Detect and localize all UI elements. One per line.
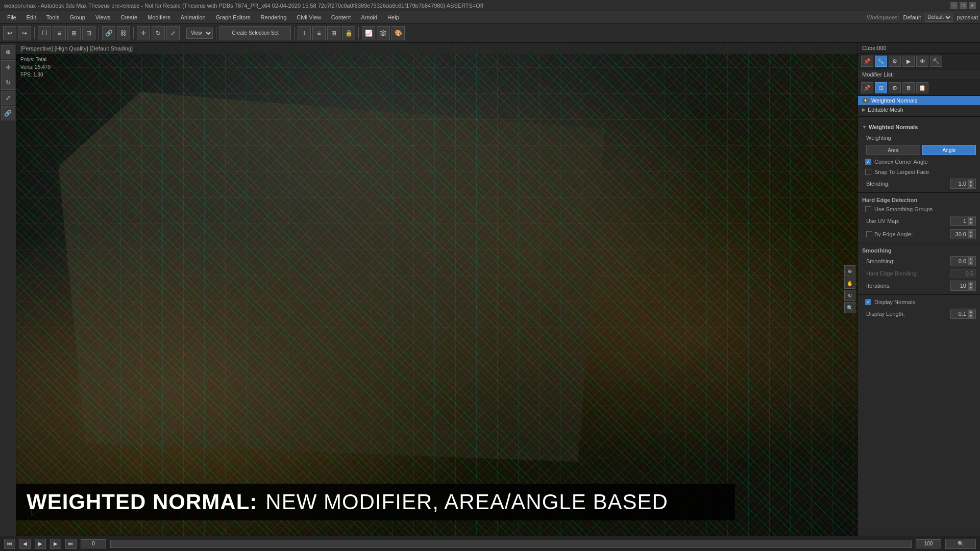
curve-editor-button[interactable]: 📈	[362, 26, 375, 40]
window-crossing-button[interactable]: ⊡	[82, 26, 95, 40]
edge-angle-up[interactable]: ▲	[968, 230, 973, 234]
viewport[interactable]: [Perspective] [High Quality] [Default Sh…	[16, 43, 857, 536]
panel-icon-pin[interactable]: 📌	[861, 56, 873, 67]
weighted-normals-section-header[interactable]: ▼ Weighted Normals	[858, 122, 980, 132]
menu-arnold[interactable]: Arnold	[356, 11, 382, 23]
maximize-button[interactable]: □	[960, 2, 967, 9]
menu-rendering[interactable]: Rendering	[256, 11, 292, 23]
by-edge-angle-value-field[interactable]: 30.0 ▲ ▼	[950, 229, 976, 239]
display-length-spinner[interactable]: ▲ ▼	[968, 310, 973, 318]
menu-group[interactable]: Group	[64, 11, 90, 23]
panel-icon-motion[interactable]: ▶	[902, 56, 915, 67]
end-frame-input[interactable]	[916, 539, 941, 548]
close-button[interactable]: ✕	[969, 2, 976, 9]
play-button[interactable]: ▶	[35, 539, 46, 549]
smoothing-spinner[interactable]: ▲ ▼	[968, 257, 973, 265]
modifier-toolbar-copy[interactable]: 📋	[916, 82, 928, 93]
material-editor-button[interactable]: 🎨	[391, 26, 405, 40]
snap-button[interactable]: 🔒	[342, 26, 355, 40]
minimize-button[interactable]: −	[950, 2, 958, 9]
menu-views[interactable]: Views	[90, 11, 115, 23]
snap-to-largest-face-checkbox[interactable]	[865, 169, 871, 175]
scale-tool[interactable]: ⤢	[1, 91, 15, 105]
view-dropdown[interactable]: View	[186, 28, 213, 39]
timeline-bar[interactable]	[110, 540, 912, 548]
rotate-button[interactable]: ↻	[152, 26, 165, 40]
link-button[interactable]: 🔗	[102, 26, 115, 40]
smoothing-value-field[interactable]: 0.0 ▲ ▼	[950, 256, 976, 266]
align-button[interactable]: ≡	[312, 26, 326, 40]
nav-zoom-extents[interactable]: ⊕	[844, 265, 855, 277]
blending-down[interactable]: ▼	[968, 184, 973, 188]
edge-angle-spinner[interactable]: ▲ ▼	[968, 230, 973, 238]
nav-zoom[interactable]: 🔍	[844, 302, 855, 313]
select-by-name-button[interactable]: ≡	[53, 26, 66, 40]
undo-button[interactable]: ↩	[3, 26, 16, 40]
workspace-select[interactable]: Default	[925, 13, 952, 22]
modifier-toolbar-config[interactable]: ⚙	[889, 82, 901, 93]
modifier-toolbar-active[interactable]: ⊞	[875, 82, 887, 93]
search-button[interactable]: 🔍	[945, 539, 976, 549]
go-to-start-button[interactable]: ⏮	[4, 539, 15, 549]
scale-button[interactable]: ⤢	[166, 26, 180, 40]
rotate-tool[interactable]: ↻	[1, 76, 15, 90]
display-length-up[interactable]: ▲	[968, 310, 973, 314]
menu-edit[interactable]: Edit	[21, 11, 41, 23]
eye-icon-weighted-normals[interactable]: 👁	[862, 98, 869, 103]
menu-graph-editors[interactable]: Graph Editors	[211, 11, 256, 23]
panel-icon-modifier[interactable]: 🔧	[875, 56, 887, 67]
mirror-button[interactable]: ⊥	[298, 26, 311, 40]
modifier-editable-mesh[interactable]: ▶ Editable Mesh	[858, 105, 980, 114]
current-frame-input[interactable]	[81, 539, 106, 548]
nav-orbit[interactable]: ↻	[844, 290, 855, 301]
menu-content[interactable]: Content	[326, 11, 356, 23]
menu-civil-view[interactable]: Civil View	[291, 11, 326, 23]
schematic-button[interactable]: 🕸	[377, 26, 390, 40]
menu-file[interactable]: File	[2, 11, 21, 23]
convex-corner-angle-checkbox[interactable]: ✓	[865, 159, 871, 165]
modifier-toolbar-delete[interactable]: 🗑	[902, 82, 915, 93]
select-tool[interactable]: ⊕	[1, 45, 15, 59]
display-normals-checkbox[interactable]: ✓	[865, 299, 871, 305]
grid-button[interactable]: ⊞	[327, 26, 340, 40]
smoothing-up[interactable]: ▲	[968, 257, 973, 261]
panel-icon-hierarchy[interactable]: ⚙	[889, 56, 901, 67]
nav-pan[interactable]: ✋	[844, 278, 855, 289]
link-tool[interactable]: 🔗	[1, 106, 15, 120]
go-to-end-button[interactable]: ⏭	[65, 539, 77, 549]
iterations-spinner[interactable]: ▲ ▼	[968, 282, 973, 290]
move-tool[interactable]: ✛	[1, 60, 15, 74]
menu-modifiers[interactable]: Modifiers	[142, 11, 176, 23]
uv-map-down[interactable]: ▼	[968, 221, 973, 225]
use-uv-map-value-field[interactable]: 1 ▲ ▼	[950, 216, 976, 226]
blending-up[interactable]: ▲	[968, 180, 973, 184]
select-object-button[interactable]: ☐	[38, 26, 51, 40]
iterations-value-field[interactable]: 10 ▲ ▼	[950, 281, 976, 291]
redo-button[interactable]: ↪	[18, 26, 31, 40]
modifier-toolbar-pin[interactable]: 📌	[861, 82, 873, 93]
blending-spinner[interactable]: ▲ ▼	[968, 180, 973, 188]
weight-area-button[interactable]: Area	[866, 145, 920, 155]
next-frame-button[interactable]: ▶	[50, 539, 61, 549]
move-button[interactable]: ✛	[137, 26, 150, 40]
uv-map-spinner[interactable]: ▲ ▼	[968, 217, 973, 225]
iterations-up[interactable]: ▲	[968, 282, 973, 286]
menu-help[interactable]: Help	[382, 11, 404, 23]
rect-select-button[interactable]: ⊞	[67, 26, 81, 40]
panel-icon-display[interactable]: 👁	[916, 56, 928, 67]
weight-angle-button[interactable]: Angle	[922, 145, 976, 155]
uv-map-up[interactable]: ▲	[968, 217, 973, 221]
by-edge-angle-checkbox[interactable]	[866, 231, 872, 237]
display-length-value-field[interactable]: 0.1 ▲ ▼	[950, 309, 976, 319]
menu-create[interactable]: Create	[115, 11, 142, 23]
menu-tools[interactable]: Tools	[41, 11, 65, 23]
unlink-button[interactable]: ⛓	[117, 26, 130, 40]
iterations-down[interactable]: ▼	[968, 286, 973, 290]
prev-frame-button[interactable]: ◀	[19, 539, 31, 549]
use-smoothing-groups-checkbox[interactable]	[865, 206, 871, 212]
panel-icon-utility[interactable]: 🔨	[930, 56, 942, 67]
smoothing-down[interactable]: ▼	[968, 261, 973, 265]
modifier-weighted-normals[interactable]: 👁 Weighted Normals	[858, 96, 980, 105]
menu-animation[interactable]: Animation	[176, 11, 211, 23]
blending-value-field[interactable]: 1.0 ▲ ▼	[950, 179, 976, 189]
